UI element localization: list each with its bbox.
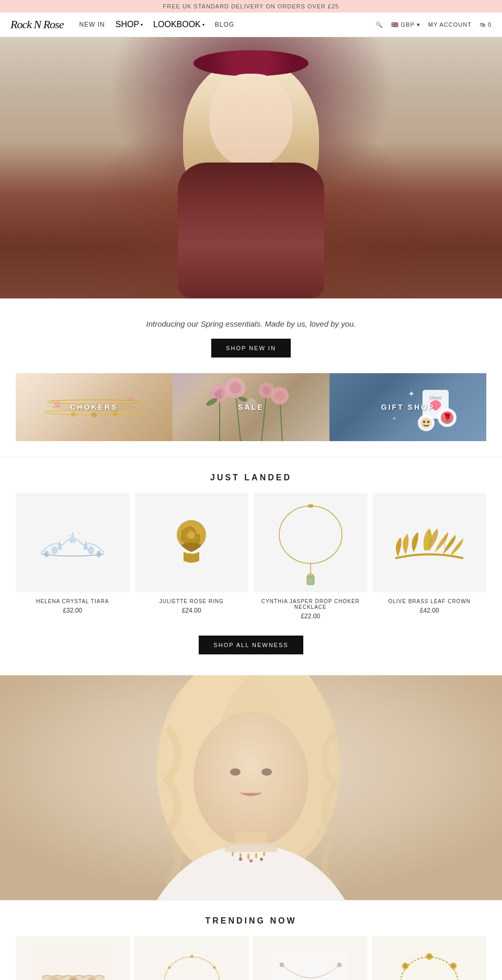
svg-point-83 bbox=[260, 858, 263, 861]
svg-point-55 bbox=[97, 551, 101, 557]
floral-choker-svg bbox=[34, 949, 112, 980]
category-sale[interactable]: SALE bbox=[173, 373, 329, 441]
svg-text:🌹: 🌹 bbox=[443, 413, 452, 422]
category-chokers[interactable]: CHOKERS bbox=[16, 373, 173, 441]
tiara-svg: ✦ ✦ bbox=[31, 516, 115, 569]
product-card-crown[interactable]: OLIVE Brass Leaf Crown £42.00 bbox=[373, 493, 487, 620]
simple-necklace-svg bbox=[271, 949, 350, 980]
nav-item-lookbook[interactable]: LOOKBOOK ▾ bbox=[153, 20, 204, 29]
svg-point-81 bbox=[239, 858, 242, 861]
product-price-crown: £42.00 bbox=[373, 607, 487, 614]
svg-point-101 bbox=[213, 966, 215, 969]
sale-label: SALE bbox=[238, 403, 264, 411]
svg-point-45 bbox=[427, 421, 429, 423]
leaf-crown-svg bbox=[387, 514, 471, 571]
product-card-tiara[interactable]: ✦ ✦ HELENA Crystal Tiara £32.00 bbox=[16, 493, 130, 620]
shop-all-newness-button[interactable]: SHOP ALL NEWNESS bbox=[199, 636, 303, 654]
product-card-ring[interactable]: JULIETTE Rose Ring £24.00 bbox=[135, 493, 249, 620]
product-image-necklace bbox=[254, 493, 368, 592]
svg-point-120 bbox=[427, 955, 431, 959]
category-giftshop[interactable]: Disco ♥ 🌹 ✦ ✦ GIFT SHOP bbox=[329, 373, 486, 441]
currency-selector[interactable]: 🇬🇧 GBP ▾ bbox=[391, 21, 420, 28]
svg-point-100 bbox=[190, 955, 193, 958]
product-image-tiara: ✦ ✦ bbox=[16, 493, 130, 592]
svg-point-53 bbox=[88, 547, 94, 554]
nav-item-new-in[interactable]: NEW IN bbox=[79, 21, 105, 28]
svg-rect-65 bbox=[308, 577, 313, 584]
intro-section: Introducing our Spring essentials. Made … bbox=[0, 298, 502, 373]
cart-icon[interactable]: 🛍 0 bbox=[480, 21, 492, 28]
svg-point-44 bbox=[423, 421, 425, 423]
category-grid: CHOKERS bbox=[16, 373, 486, 441]
search-icon[interactable]: 🔍 bbox=[375, 21, 383, 28]
trending-item-floral-choker[interactable] bbox=[16, 936, 130, 980]
product-price-necklace: £22.00 bbox=[254, 613, 368, 620]
chevron-down-icon: ▾ bbox=[417, 21, 420, 28]
product-name-crown: OLIVE Brass Leaf Crown bbox=[373, 598, 487, 604]
product-image-crown bbox=[373, 493, 487, 592]
navigation: Rock N Rose NEW IN SHOP ▾ LOOKBOOK ▾ BLO… bbox=[0, 13, 502, 37]
trending-item-simple-necklace[interactable] bbox=[253, 936, 368, 980]
svg-marker-50 bbox=[58, 541, 62, 549]
svg-rect-62 bbox=[308, 504, 313, 508]
shop-all-section: SHOP ALL NEWNESS bbox=[0, 630, 502, 675]
svg-point-71 bbox=[193, 712, 309, 848]
my-account-link[interactable]: MY ACCOUNT bbox=[428, 21, 472, 28]
product-price-tiara: £32.00 bbox=[16, 607, 130, 614]
svg-point-82 bbox=[249, 859, 253, 862]
product-name-ring: JULIETTE Rose Ring bbox=[135, 598, 249, 604]
svg-point-54 bbox=[44, 551, 49, 557]
svg-point-77 bbox=[239, 853, 242, 858]
product-name-tiara: HELENA Crystal Tiara bbox=[16, 598, 130, 604]
svg-point-61 bbox=[279, 506, 342, 563]
trending-section: TRENDING NOW bbox=[0, 900, 502, 980]
nav-right: 🔍 🇬🇧 GBP ▾ MY ACCOUNT 🛍 0 bbox=[375, 21, 492, 28]
svg-marker-51 bbox=[84, 541, 88, 549]
flag-icon: 🇬🇧 bbox=[391, 21, 399, 28]
svg-text:✦: ✦ bbox=[392, 416, 396, 421]
hero-face bbox=[209, 74, 293, 168]
mid-hero-svg bbox=[0, 675, 502, 900]
product-name-necklace: CYNTHIA Jasper Drop Choker Necklace bbox=[254, 598, 368, 610]
trending-grid bbox=[0, 936, 502, 980]
svg-point-122 bbox=[451, 964, 455, 968]
necklace-svg bbox=[271, 498, 350, 587]
svg-point-4 bbox=[92, 412, 97, 418]
hero-body bbox=[178, 163, 324, 298]
svg-text:✦: ✦ bbox=[67, 534, 71, 538]
trending-item-coin-necklace[interactable] bbox=[372, 936, 486, 980]
coin-necklace-svg bbox=[390, 949, 469, 980]
svg-point-7 bbox=[128, 397, 133, 402]
chevron-down-icon: ▾ bbox=[202, 22, 204, 27]
shop-new-in-button[interactable]: SHOP NEW IN bbox=[211, 339, 291, 358]
svg-text:✦: ✦ bbox=[408, 389, 415, 398]
product-image-ring bbox=[135, 493, 249, 592]
svg-point-76 bbox=[232, 852, 234, 856]
hero-image bbox=[0, 37, 502, 298]
svg-text:♥: ♥ bbox=[435, 408, 437, 411]
svg-text:Disco: Disco bbox=[430, 395, 442, 400]
products-grid: ✦ ✦ HELENA Crystal Tiara £32.00 bbox=[0, 493, 502, 630]
nav-item-shop[interactable]: SHOP ▾ bbox=[116, 20, 143, 29]
hero-overlay bbox=[0, 37, 502, 298]
chevron-down-icon: ▾ bbox=[141, 22, 143, 27]
nav-item-blog[interactable]: BLOG bbox=[215, 21, 234, 28]
svg-point-6 bbox=[54, 401, 61, 408]
product-card-necklace[interactable]: CYNTHIA Jasper Drop Choker Necklace £22.… bbox=[254, 493, 368, 620]
hero-crown bbox=[193, 50, 309, 76]
trending-item-chain-necklace[interactable] bbox=[134, 936, 249, 980]
svg-point-60 bbox=[188, 532, 195, 539]
svg-point-5 bbox=[113, 412, 117, 416]
hero-person bbox=[167, 48, 335, 298]
nav-links: NEW IN SHOP ▾ LOOKBOOK ▾ BLOG bbox=[79, 20, 375, 29]
bag-icon: 🛍 bbox=[480, 21, 486, 28]
chain-necklace-svg bbox=[153, 949, 231, 980]
giftshop-label: GIFT SHOP bbox=[381, 403, 435, 411]
intro-text: Introducing our Spring essentials. Made … bbox=[10, 319, 492, 328]
svg-point-72 bbox=[230, 768, 241, 776]
mid-hero-image bbox=[0, 675, 502, 900]
svg-rect-75 bbox=[225, 843, 277, 852]
svg-point-78 bbox=[247, 854, 249, 860]
svg-point-115 bbox=[280, 963, 284, 967]
site-logo[interactable]: Rock N Rose bbox=[10, 18, 63, 31]
